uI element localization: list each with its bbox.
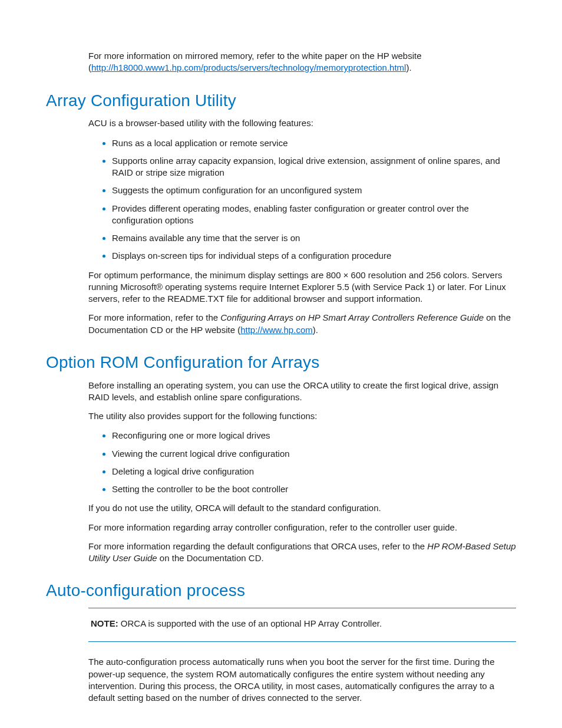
note-text: ORCA is supported with the use of an opt… bbox=[118, 618, 382, 628]
orca-p1: Before installing an operating system, y… bbox=[88, 380, 516, 404]
list-item: Suggests the optimum configuration for a… bbox=[112, 184, 516, 196]
section-autoconfig: Auto-configuration process NOTE: ORCA is… bbox=[46, 579, 516, 704]
section-orca: Option ROM Configuration for Arrays Befo… bbox=[46, 351, 516, 565]
orca-p5: For more information regarding the defau… bbox=[88, 541, 516, 565]
orca-bullet-list: Reconfiguring one or more logical drives… bbox=[88, 429, 516, 495]
list-item: Remains available any time that the serv… bbox=[112, 232, 516, 244]
acu-p3-italic: Configuring Arrays on HP Smart Array Con… bbox=[220, 312, 484, 322]
acu-p2: For optimum performance, the minimum dis… bbox=[88, 269, 516, 305]
intro-paragraph: For more information on mirrored memory,… bbox=[88, 50, 516, 74]
orca-p3: If you do not use the utility, ORCA will… bbox=[88, 502, 516, 514]
list-item: Supports online array capacity expansion… bbox=[112, 154, 516, 179]
orca-p5-pre: For more information regarding the defau… bbox=[88, 541, 427, 551]
orca-p5-post: on the Documentation CD. bbox=[157, 553, 264, 563]
section-acu: Array Configuration Utility ACU is a bro… bbox=[46, 90, 516, 336]
list-item: Displays on-screen tips for individual s… bbox=[112, 249, 516, 262]
acu-p3-link[interactable]: http://www.hp.com bbox=[240, 325, 313, 335]
heading-orca: Option ROM Configuration for Arrays bbox=[46, 351, 516, 374]
intro-text: For more information on mirrored memory,… bbox=[88, 50, 516, 74]
list-item: Reconfiguring one or more logical drives bbox=[112, 429, 516, 442]
list-item: Deleting a logical drive configuration bbox=[112, 465, 516, 477]
note-box: NOTE: ORCA is supported with the use of … bbox=[88, 608, 516, 642]
heading-acu: Array Configuration Utility bbox=[46, 90, 516, 112]
autoconfig-p1: The auto-configuration process automatic… bbox=[88, 656, 516, 704]
acu-p1: ACU is a browser-based utility with the … bbox=[88, 117, 516, 129]
list-item: Runs as a local application or remote se… bbox=[112, 137, 516, 149]
acu-p3-pre: For more information, refer to the bbox=[88, 312, 220, 322]
list-item: Setting the controller to be the boot co… bbox=[112, 483, 516, 495]
intro-post: ). bbox=[406, 62, 411, 73]
list-item: Viewing the current logical drive config… bbox=[112, 447, 516, 460]
list-item: Provides different operating modes, enab… bbox=[112, 202, 516, 227]
orca-p4: For more information regarding array con… bbox=[88, 522, 516, 533]
orca-p2: The utility also provides support for th… bbox=[88, 410, 516, 422]
intro-link[interactable]: http://h18000.www1.hp.com/products/serve… bbox=[91, 62, 406, 73]
heading-autoconfig: Auto-configuration process bbox=[46, 579, 516, 602]
acu-p3: For more information, refer to the Confi… bbox=[88, 312, 516, 336]
acu-bullet-list: Runs as a local application or remote se… bbox=[88, 137, 516, 262]
note-label: NOTE: bbox=[91, 618, 118, 628]
acu-p3-post: ). bbox=[313, 325, 318, 335]
